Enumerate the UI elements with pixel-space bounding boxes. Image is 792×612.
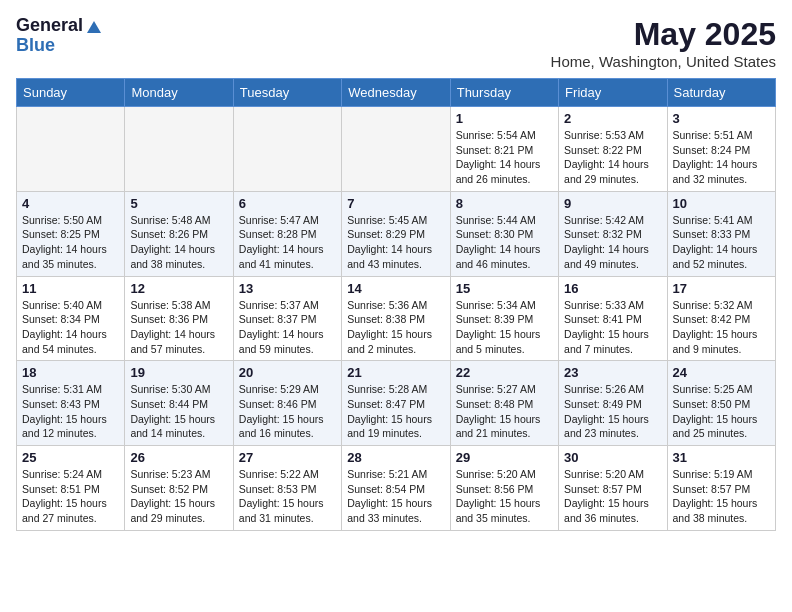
day-number: 27: [239, 450, 336, 465]
calendar-cell: 12Sunrise: 5:38 AMSunset: 8:36 PMDayligh…: [125, 276, 233, 361]
calendar-cell: 18Sunrise: 5:31 AMSunset: 8:43 PMDayligh…: [17, 361, 125, 446]
day-number: 13: [239, 281, 336, 296]
day-number: 24: [673, 365, 770, 380]
calendar-cell: 30Sunrise: 5:20 AMSunset: 8:57 PMDayligh…: [559, 446, 667, 531]
day-number: 17: [673, 281, 770, 296]
calendar-cell: 31Sunrise: 5:19 AMSunset: 8:57 PMDayligh…: [667, 446, 775, 531]
calendar-cell: 4Sunrise: 5:50 AMSunset: 8:25 PMDaylight…: [17, 191, 125, 276]
day-number: 14: [347, 281, 444, 296]
day-number: 21: [347, 365, 444, 380]
calendar-cell: 2Sunrise: 5:53 AMSunset: 8:22 PMDaylight…: [559, 107, 667, 192]
day-detail: Sunrise: 5:36 AMSunset: 8:38 PMDaylight:…: [347, 298, 444, 357]
calendar-cell: 15Sunrise: 5:34 AMSunset: 8:39 PMDayligh…: [450, 276, 558, 361]
day-number: 22: [456, 365, 553, 380]
calendar-week-row: 11Sunrise: 5:40 AMSunset: 8:34 PMDayligh…: [17, 276, 776, 361]
day-number: 11: [22, 281, 119, 296]
title-block: May 2025 Home, Washington, United States: [551, 16, 776, 70]
day-number: 29: [456, 450, 553, 465]
calendar-cell: 6Sunrise: 5:47 AMSunset: 8:28 PMDaylight…: [233, 191, 341, 276]
day-number: 8: [456, 196, 553, 211]
weekday-header-thursday: Thursday: [450, 79, 558, 107]
calendar-cell: 7Sunrise: 5:45 AMSunset: 8:29 PMDaylight…: [342, 191, 450, 276]
logo: General Blue: [16, 16, 103, 56]
calendar-week-row: 1Sunrise: 5:54 AMSunset: 8:21 PMDaylight…: [17, 107, 776, 192]
day-detail: Sunrise: 5:26 AMSunset: 8:49 PMDaylight:…: [564, 382, 661, 441]
calendar-cell: 25Sunrise: 5:24 AMSunset: 8:51 PMDayligh…: [17, 446, 125, 531]
day-detail: Sunrise: 5:42 AMSunset: 8:32 PMDaylight:…: [564, 213, 661, 272]
day-detail: Sunrise: 5:27 AMSunset: 8:48 PMDaylight:…: [456, 382, 553, 441]
calendar-header-row: SundayMondayTuesdayWednesdayThursdayFrid…: [17, 79, 776, 107]
day-number: 23: [564, 365, 661, 380]
calendar-cell: 3Sunrise: 5:51 AMSunset: 8:24 PMDaylight…: [667, 107, 775, 192]
calendar-cell: 27Sunrise: 5:22 AMSunset: 8:53 PMDayligh…: [233, 446, 341, 531]
day-detail: Sunrise: 5:22 AMSunset: 8:53 PMDaylight:…: [239, 467, 336, 526]
day-detail: Sunrise: 5:32 AMSunset: 8:42 PMDaylight:…: [673, 298, 770, 357]
month-title: May 2025: [551, 16, 776, 53]
calendar-cell: 24Sunrise: 5:25 AMSunset: 8:50 PMDayligh…: [667, 361, 775, 446]
day-detail: Sunrise: 5:34 AMSunset: 8:39 PMDaylight:…: [456, 298, 553, 357]
day-number: 2: [564, 111, 661, 126]
day-number: 15: [456, 281, 553, 296]
day-number: 5: [130, 196, 227, 211]
day-number: 25: [22, 450, 119, 465]
day-detail: Sunrise: 5:23 AMSunset: 8:52 PMDaylight:…: [130, 467, 227, 526]
calendar-table: SundayMondayTuesdayWednesdayThursdayFrid…: [16, 78, 776, 531]
day-detail: Sunrise: 5:21 AMSunset: 8:54 PMDaylight:…: [347, 467, 444, 526]
day-detail: Sunrise: 5:20 AMSunset: 8:57 PMDaylight:…: [564, 467, 661, 526]
day-number: 7: [347, 196, 444, 211]
day-detail: Sunrise: 5:50 AMSunset: 8:25 PMDaylight:…: [22, 213, 119, 272]
calendar-cell: [233, 107, 341, 192]
calendar-cell: 22Sunrise: 5:27 AMSunset: 8:48 PMDayligh…: [450, 361, 558, 446]
calendar-cell: [342, 107, 450, 192]
calendar-week-row: 4Sunrise: 5:50 AMSunset: 8:25 PMDaylight…: [17, 191, 776, 276]
day-detail: Sunrise: 5:29 AMSunset: 8:46 PMDaylight:…: [239, 382, 336, 441]
day-number: 20: [239, 365, 336, 380]
day-detail: Sunrise: 5:37 AMSunset: 8:37 PMDaylight:…: [239, 298, 336, 357]
day-number: 16: [564, 281, 661, 296]
day-number: 26: [130, 450, 227, 465]
weekday-header-wednesday: Wednesday: [342, 79, 450, 107]
day-detail: Sunrise: 5:45 AMSunset: 8:29 PMDaylight:…: [347, 213, 444, 272]
day-detail: Sunrise: 5:38 AMSunset: 8:36 PMDaylight:…: [130, 298, 227, 357]
day-detail: Sunrise: 5:51 AMSunset: 8:24 PMDaylight:…: [673, 128, 770, 187]
day-number: 12: [130, 281, 227, 296]
logo-blue-text: Blue: [16, 36, 103, 56]
day-number: 19: [130, 365, 227, 380]
calendar-cell: 11Sunrise: 5:40 AMSunset: 8:34 PMDayligh…: [17, 276, 125, 361]
day-detail: Sunrise: 5:54 AMSunset: 8:21 PMDaylight:…: [456, 128, 553, 187]
calendar-cell: 13Sunrise: 5:37 AMSunset: 8:37 PMDayligh…: [233, 276, 341, 361]
calendar-cell: 1Sunrise: 5:54 AMSunset: 8:21 PMDaylight…: [450, 107, 558, 192]
weekday-header-monday: Monday: [125, 79, 233, 107]
day-detail: Sunrise: 5:44 AMSunset: 8:30 PMDaylight:…: [456, 213, 553, 272]
day-number: 31: [673, 450, 770, 465]
svg-marker-0: [87, 21, 101, 33]
day-number: 6: [239, 196, 336, 211]
day-number: 9: [564, 196, 661, 211]
day-number: 28: [347, 450, 444, 465]
calendar-week-row: 25Sunrise: 5:24 AMSunset: 8:51 PMDayligh…: [17, 446, 776, 531]
day-number: 18: [22, 365, 119, 380]
day-detail: Sunrise: 5:33 AMSunset: 8:41 PMDaylight:…: [564, 298, 661, 357]
calendar-week-row: 18Sunrise: 5:31 AMSunset: 8:43 PMDayligh…: [17, 361, 776, 446]
day-detail: Sunrise: 5:47 AMSunset: 8:28 PMDaylight:…: [239, 213, 336, 272]
logo-general-text: General: [16, 16, 83, 36]
day-detail: Sunrise: 5:25 AMSunset: 8:50 PMDaylight:…: [673, 382, 770, 441]
day-detail: Sunrise: 5:31 AMSunset: 8:43 PMDaylight:…: [22, 382, 119, 441]
calendar-cell: 9Sunrise: 5:42 AMSunset: 8:32 PMDaylight…: [559, 191, 667, 276]
location-text: Home, Washington, United States: [551, 53, 776, 70]
day-detail: Sunrise: 5:41 AMSunset: 8:33 PMDaylight:…: [673, 213, 770, 272]
calendar-cell: 8Sunrise: 5:44 AMSunset: 8:30 PMDaylight…: [450, 191, 558, 276]
calendar-cell: [17, 107, 125, 192]
calendar-cell: 10Sunrise: 5:41 AMSunset: 8:33 PMDayligh…: [667, 191, 775, 276]
weekday-header-saturday: Saturday: [667, 79, 775, 107]
day-detail: Sunrise: 5:28 AMSunset: 8:47 PMDaylight:…: [347, 382, 444, 441]
calendar-cell: 17Sunrise: 5:32 AMSunset: 8:42 PMDayligh…: [667, 276, 775, 361]
calendar-cell: 28Sunrise: 5:21 AMSunset: 8:54 PMDayligh…: [342, 446, 450, 531]
calendar-cell: 20Sunrise: 5:29 AMSunset: 8:46 PMDayligh…: [233, 361, 341, 446]
weekday-header-tuesday: Tuesday: [233, 79, 341, 107]
day-detail: Sunrise: 5:53 AMSunset: 8:22 PMDaylight:…: [564, 128, 661, 187]
day-detail: Sunrise: 5:19 AMSunset: 8:57 PMDaylight:…: [673, 467, 770, 526]
day-number: 1: [456, 111, 553, 126]
page-header: General Blue May 2025 Home, Washington, …: [16, 16, 776, 70]
day-detail: Sunrise: 5:30 AMSunset: 8:44 PMDaylight:…: [130, 382, 227, 441]
